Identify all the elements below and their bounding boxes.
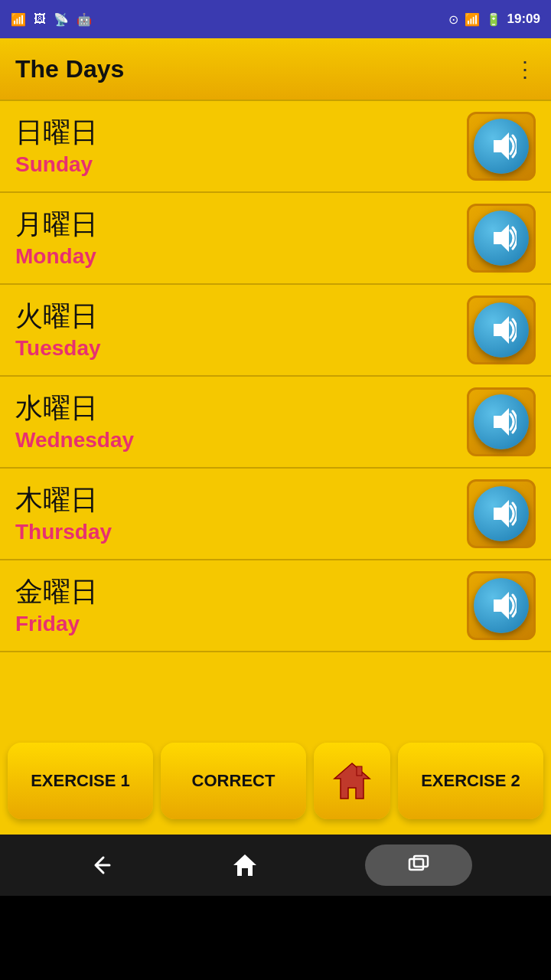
japanese-text: 月曜日 [15, 207, 459, 240]
sound-icon [474, 486, 529, 541]
status-icons-left: 📶 🖼 📡 🤖 [11, 12, 92, 27]
overflow-menu-button[interactable]: ⋮ [514, 57, 536, 82]
svg-marker-8 [233, 854, 256, 876]
image-icon: 🖼 [34, 12, 46, 26]
sound-icon [474, 302, 529, 358]
vocab-text-tuesday: 火曜日 Tuesday [15, 299, 459, 360]
sound-icon [474, 394, 529, 449]
english-text: Tuesday [15, 336, 459, 361]
system-nav-bar [0, 835, 551, 896]
sound-icon [474, 578, 529, 633]
cast-icon: ⊙ [448, 12, 458, 27]
english-text: Wednesday [15, 428, 459, 452]
status-icons-right: ⊙ 📶 🔋 19:09 [448, 11, 540, 27]
sound-icon [474, 119, 529, 174]
svg-rect-9 [409, 859, 423, 870]
battery-icon: 🔋 [486, 12, 501, 27]
sound-button-monday[interactable] [467, 204, 536, 273]
japanese-text: 日曜日 [15, 116, 459, 149]
bottom-action-bar: EXERCISE 1 CORRECT EXERCISE 2 [0, 727, 551, 835]
broadcast-icon: 📡 [54, 12, 69, 27]
japanese-text: 火曜日 [15, 299, 459, 332]
vocab-text-wednesday: 水曜日 Wednesday [15, 391, 459, 452]
vocab-text-sunday: 日曜日 Sunday [15, 116, 459, 176]
list-item: 火曜日 Tuesday [0, 285, 551, 377]
home-button[interactable] [314, 743, 390, 819]
vocab-text-friday: 金曜日 Friday [15, 575, 459, 635]
svg-marker-1 [494, 224, 509, 252]
svg-marker-3 [494, 408, 509, 436]
svg-marker-2 [494, 316, 509, 344]
english-text: Friday [15, 612, 459, 636]
sound-button-tuesday[interactable] [467, 296, 536, 364]
sound-button-thursday[interactable] [467, 479, 536, 548]
list-item: 日曜日 Sunday [0, 101, 551, 193]
svg-rect-7 [357, 766, 362, 776]
list-item: 金曜日 Friday [0, 560, 551, 652]
japanese-text: 水曜日 [15, 391, 459, 424]
correct-button[interactable]: CORRECT [161, 743, 306, 819]
recent-apps-button[interactable] [365, 844, 472, 886]
english-text: Sunday [15, 152, 459, 177]
sound-button-friday[interactable] [467, 571, 536, 640]
english-text: Thursday [15, 520, 459, 544]
svg-marker-6 [334, 763, 370, 799]
svg-marker-4 [494, 500, 509, 528]
vocab-text-monday: 月曜日 Monday [15, 207, 459, 268]
svg-marker-5 [494, 592, 509, 619]
home-nav-button[interactable] [222, 842, 268, 888]
exercise2-button[interactable]: EXERCISE 2 [398, 743, 543, 819]
japanese-text: 木曜日 [15, 483, 459, 516]
page-title: The Days [15, 55, 124, 83]
svg-marker-0 [494, 132, 509, 160]
wifi-icon: 📶 [11, 12, 26, 27]
time-display: 19:09 [507, 11, 540, 27]
app-bar: The Days ⋮ [0, 38, 551, 100]
status-bar: 📶 🖼 📡 🤖 ⊙ 📶 🔋 19:09 [0, 0, 551, 38]
list-item: 水曜日 Wednesday [0, 377, 551, 469]
sound-button-wednesday[interactable] [467, 387, 536, 456]
exercise1-button[interactable]: EXERCISE 1 [8, 743, 153, 819]
signal-icon: 📶 [465, 12, 480, 27]
list-item: 木曜日 Thursday [0, 469, 551, 560]
vocab-text-thursday: 木曜日 Thursday [15, 483, 459, 544]
vocab-list: 日曜日 Sunday 月曜日 Monday [0, 100, 551, 727]
android-icon: 🤖 [77, 12, 92, 27]
svg-rect-10 [414, 856, 428, 867]
japanese-text: 金曜日 [15, 575, 459, 608]
list-item: 月曜日 Monday [0, 193, 551, 285]
sound-icon [474, 211, 529, 266]
english-text: Monday [15, 244, 459, 269]
sound-button-sunday[interactable] [467, 112, 536, 181]
back-button[interactable] [79, 842, 125, 888]
